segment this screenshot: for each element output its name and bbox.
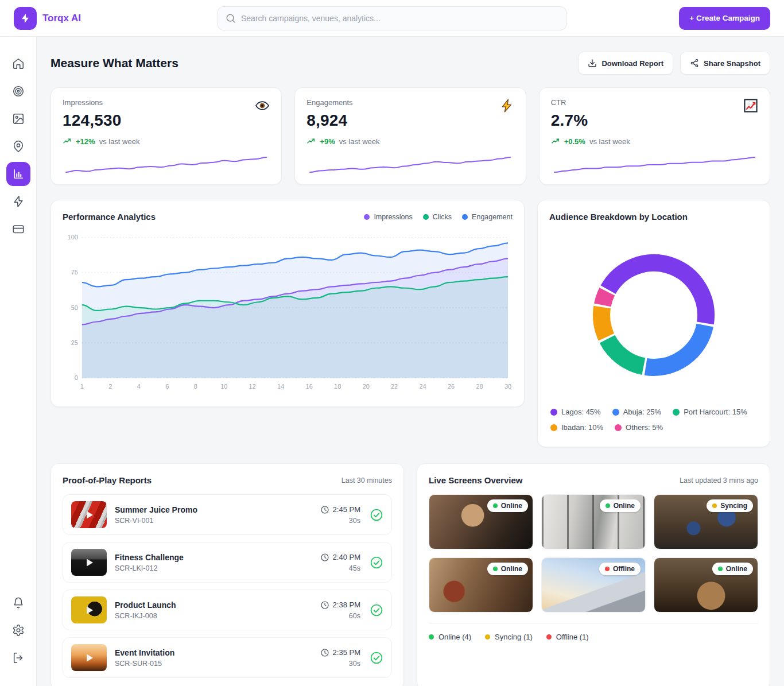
svg-text:12: 12 — [249, 383, 256, 390]
eye-icon — [255, 98, 270, 113]
download-icon — [588, 59, 597, 68]
audience-card-head: Audience Breakdown by Location — [549, 212, 758, 222]
sidebar-item-billing[interactable] — [6, 217, 30, 241]
status-label: Online — [501, 565, 522, 573]
sidebar-item-home[interactable] — [6, 52, 30, 76]
download-report-button[interactable]: Download Report — [578, 52, 673, 75]
donut-legend-item[interactable]: Lagos: 45% — [550, 408, 601, 416]
report-time: 2:40 PM — [333, 553, 360, 561]
sidebar-item-media[interactable] — [6, 107, 30, 131]
sidebar-item-analytics[interactable] — [6, 162, 30, 186]
play-icon — [71, 596, 107, 623]
status-label: Online — [726, 565, 747, 573]
live-screen-tile[interactable]: Online — [541, 494, 646, 549]
global-search — [218, 6, 566, 30]
status-dot — [493, 567, 498, 571]
create-campaign-button[interactable]: + Create Campaign — [679, 7, 770, 30]
status-dot — [712, 503, 717, 508]
report-time: 2:45 PM — [333, 505, 360, 514]
proof-of-play-row[interactable]: Summer Juice Promo SCR-VI-001 2:45 PM 30… — [63, 494, 392, 535]
stat-value: 2.7% — [551, 111, 758, 130]
sidebar-item-automations[interactable] — [6, 189, 30, 214]
search-icon — [225, 13, 236, 24]
stat-delta-note: vs last week — [589, 137, 630, 146]
bolt-icon — [499, 98, 514, 113]
performance-card-head: Performance Analytics Impressions Clicks… — [63, 212, 513, 222]
live-updated-label: Last updated 3 mins ago — [680, 476, 758, 485]
report-time-block: 2:35 PM 30s — [320, 648, 360, 668]
report-name: Summer Juice Promo — [115, 505, 312, 514]
report-time-block: 2:38 PM 60s — [320, 600, 360, 620]
brand[interactable]: Torqx AI — [14, 7, 81, 30]
search-input[interactable] — [218, 6, 566, 30]
legend-item[interactable]: Impressions — [364, 213, 412, 221]
sidebar-item-venues[interactable] — [6, 134, 30, 158]
logout-icon — [12, 652, 25, 664]
legend-item[interactable]: Clicks — [423, 213, 452, 221]
audience-legend: Lagos: 45% Abuja: 25% Port Harcourt: 15%… — [549, 408, 758, 435]
play-icon — [71, 644, 107, 671]
sidebar-item-notifications[interactable] — [6, 591, 30, 615]
svg-text:0: 0 — [75, 374, 78, 381]
proof-of-play-card: Proof-of-Play Reports Last 30 minutes Su… — [51, 463, 404, 686]
trend-up-icon — [306, 137, 316, 146]
summary-label: Offline (1) — [556, 633, 589, 641]
play-icon — [71, 501, 107, 528]
report-time-row: 2:38 PM — [320, 600, 360, 610]
location-pin-icon — [12, 140, 25, 153]
svg-text:75: 75 — [71, 269, 78, 276]
legend-dot — [423, 214, 429, 220]
legend-label: Abuja: 25% — [623, 408, 662, 416]
summary-label: Syncing (1) — [495, 633, 533, 641]
proof-of-play-row[interactable]: Product Launch SCR-IKJ-008 2:38 PM 60s — [63, 590, 392, 630]
share-snapshot-button[interactable]: Share Snapshot — [680, 52, 770, 75]
legend-item[interactable]: Engagement — [462, 213, 513, 221]
clock-icon — [320, 600, 329, 610]
verified-check-icon — [370, 508, 383, 522]
report-info: Fitness Challenge SCR-LKI-012 — [115, 553, 312, 572]
legend-label: Engagement — [472, 213, 513, 221]
legend-label: Impressions — [374, 213, 412, 221]
donut-legend-item[interactable]: Ibadan: 10% — [550, 423, 603, 432]
sidebar-item-settings[interactable] — [6, 618, 30, 642]
screen-summary-item: Offline (1) — [546, 633, 589, 641]
sidebar-item-campaigns[interactable] — [6, 79, 30, 103]
play-icon — [71, 549, 107, 576]
sidebar-item-logout[interactable] — [6, 646, 30, 670]
proof-of-play-row[interactable]: Event Invitation SCR-SUR-015 2:35 PM 30s — [63, 637, 392, 678]
legend-label: Clicks — [433, 213, 452, 221]
status-label: Offline — [613, 565, 635, 573]
live-screen-tile[interactable]: Online — [429, 494, 533, 549]
report-thumbnail — [71, 644, 107, 671]
live-tiles-grid: Online Online Syncing Online Offline Onl… — [429, 494, 758, 613]
donut-legend-item[interactable]: Others: 5% — [615, 423, 663, 432]
share-icon — [690, 59, 699, 68]
page-actions: Download Report Share Snapshot — [578, 52, 770, 75]
torqx-logo — [14, 7, 37, 30]
report-duration: 30s — [320, 660, 360, 668]
legend-dot — [550, 424, 557, 431]
status-label: Online — [614, 502, 635, 510]
report-time-block: 2:40 PM 45s — [320, 553, 360, 572]
sidebar-bottom — [6, 591, 30, 673]
svg-text:22: 22 — [391, 383, 398, 390]
live-screens-card: Live Screens Overview Last updated 3 min… — [417, 463, 770, 686]
analytics-icon — [12, 168, 25, 180]
live-screen-tile[interactable]: Offline — [541, 557, 646, 613]
svg-text:6: 6 — [165, 383, 169, 390]
live-screen-tile[interactable]: Online — [654, 557, 758, 613]
proof-of-play-row[interactable]: Fitness Challenge SCR-LKI-012 2:40 PM 45… — [63, 542, 392, 583]
live-screen-tile[interactable]: Syncing — [654, 494, 758, 549]
stat-delta-row: +12% vs last week — [63, 137, 270, 146]
donut-legend-item[interactable]: Abuja: 25% — [612, 408, 662, 416]
live-screen-tile[interactable]: Online — [429, 557, 533, 613]
report-name: Fitness Challenge — [115, 553, 312, 562]
zap-icon — [12, 195, 25, 208]
svg-text:100: 100 — [68, 234, 78, 241]
stat-delta-row: +0.5% vs last week — [551, 137, 758, 146]
pop-card-head: Proof-of-Play Reports Last 30 minutes — [63, 475, 392, 485]
home-icon — [12, 57, 25, 70]
donut-legend-item[interactable]: Port Harcourt: 15% — [673, 408, 747, 416]
stat-value: 8,924 — [306, 111, 514, 130]
pop-list: Summer Juice Promo SCR-VI-001 2:45 PM 30… — [63, 494, 392, 678]
